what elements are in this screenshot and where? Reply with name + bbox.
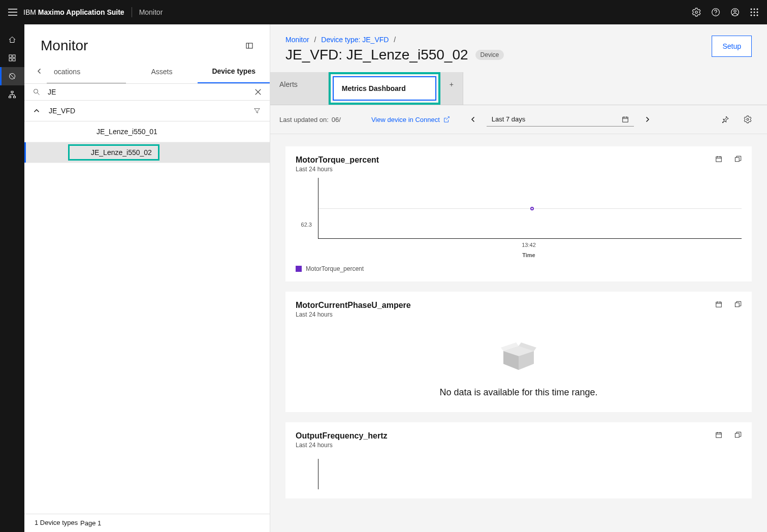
rail-home-icon[interactable] [0,30,24,49]
empty-box-icon [498,338,539,374]
svg-point-6 [754,9,755,10]
range-next-icon[interactable] [644,116,650,122]
svg-rect-22 [246,43,252,48]
card-subtitle: Last 24 hours [296,442,387,449]
chevron-up-icon[interactable] [34,108,40,114]
help-icon[interactable] [711,8,720,17]
hamburger-icon[interactable] [8,9,17,16]
card-expand-icon[interactable] [734,155,742,163]
rail-dashboard-icon[interactable] [0,49,24,67]
tabs-scroll-left-icon[interactable] [34,65,46,77]
card-expand-icon[interactable] [734,431,742,439]
rail-monitor-icon[interactable] [0,67,24,85]
sidebar-title: Monitor [41,38,88,54]
card-calendar-icon[interactable] [715,301,722,308]
rail-hierarchy-icon[interactable] [0,85,24,104]
svg-rect-35 [716,433,722,438]
last-updated-label: Last updated on: [279,116,329,123]
chart-legend: MotorTorque_percent [296,265,742,272]
y-tick-label: 62.3 [296,222,316,228]
sidebar-footer: 1 Device types Page 1 [24,514,270,532]
chart-plot [318,178,742,239]
content-area: Monitor / Device type: JE_VFD / JE_VFD: … [270,24,767,532]
svg-rect-19 [11,91,13,93]
sidebar-search [24,84,270,101]
device-item-label: JE_Lenze_i550_01 [75,128,157,136]
clear-search-icon[interactable] [254,88,262,96]
crumb-device-type[interactable]: Device type: JE_VFD [321,36,389,44]
panel-collapse-icon[interactable] [245,42,253,50]
empty-state-text: No data is available for this time range… [439,387,597,398]
svg-point-8 [751,12,752,13]
data-point [530,207,534,210]
svg-rect-27 [735,158,739,162]
svg-rect-24 [623,117,628,122]
tab-metrics-dashboard[interactable]: Metrics Dashboard [333,76,436,101]
card-subtitle: Last 24 hours [296,166,379,173]
svg-rect-26 [716,157,722,162]
device-type-group[interactable]: JE_VFD [24,101,270,121]
svg-point-10 [757,12,758,13]
svg-rect-21 [14,97,16,98]
svg-point-7 [757,9,758,10]
svg-point-5 [751,9,752,10]
sidebar-tabs: ocations Assets Device types [24,60,270,84]
type-badge: Device [475,50,504,60]
app-switcher-icon[interactable] [750,8,759,17]
monitor-sidebar: Monitor ocations Assets Device types [24,24,270,532]
date-range-label: Last 7 days [492,115,526,123]
svg-rect-14 [9,55,12,57]
highlight-tab-wrapper: Metrics Dashboard [329,72,440,105]
calendar-icon [622,116,629,123]
settings-gear-icon[interactable] [692,8,701,17]
crumb-monitor[interactable]: Monitor [285,36,309,44]
page-title: JE_VFD: JE_Lenze_i550_02 [285,47,468,63]
x-axis-label: Time [316,252,742,258]
tab-locations[interactable]: ocations [47,60,126,83]
card-calendar-icon[interactable] [715,155,722,163]
device-item-01[interactable]: JE_Lenze_i550_01 [24,121,270,142]
dashboard-tabs: Alerts Metrics Dashboard + [270,72,767,105]
svg-point-23 [34,89,38,93]
search-icon [33,88,41,96]
card-subtitle: Last 24 hours [296,311,411,318]
svg-rect-20 [9,97,11,98]
tab-add[interactable]: + [440,72,463,105]
card-title: MotorCurrentPhaseU_ampere [296,301,411,310]
tab-alerts[interactable]: Alerts [270,72,329,105]
metric-card-motortorque: MotorTorque_percent Last 24 hours 62.3 [285,146,752,281]
user-avatar-icon[interactable] [730,8,740,17]
search-input[interactable] [48,88,254,96]
legend-label: MotorTorque_percent [306,265,364,272]
app-name: Monitor [139,8,163,16]
dashboard-toolbar: Last updated on: 06/ View device in Conn… [270,105,767,134]
svg-point-13 [757,15,758,16]
dashboard-settings-icon[interactable] [744,115,752,123]
svg-rect-36 [735,433,739,437]
chart-plot [318,459,742,489]
group-label: JE_VFD [49,107,253,115]
svg-rect-29 [735,303,739,307]
global-header: IBM Maximo Application Suite Monitor [0,0,767,24]
tab-device-types[interactable]: Device types [198,60,270,83]
filter-icon[interactable] [253,107,261,114]
svg-point-2 [715,14,716,14]
card-expand-icon[interactable] [734,301,742,308]
metric-card-outputfrequency: OutputFrequency_hertz Last 24 hours [285,422,752,498]
svg-rect-28 [716,302,722,307]
pin-icon[interactable] [721,115,729,123]
device-item-02[interactable]: JE_Lenze_i550_02 placeholder [24,142,270,163]
tab-assets[interactable]: Assets [126,60,198,83]
highlight-box: JE_Lenze_i550_02 [68,144,159,161]
svg-point-25 [747,118,749,120]
svg-point-0 [695,11,698,14]
card-calendar-icon[interactable] [715,431,722,439]
breadcrumbs: Monitor / Device type: JE_VFD / [285,36,712,44]
setup-button[interactable]: Setup [712,36,752,57]
view-device-link[interactable]: View device in Connect [371,116,450,123]
metric-card-motorcurrent: MotorCurrentPhaseU_ampere Last 24 hours [285,292,752,412]
left-nav-rail [0,24,24,532]
date-range-picker[interactable]: Last 7 days [487,112,634,127]
range-prev-icon[interactable] [470,116,476,122]
svg-point-4 [734,10,737,13]
